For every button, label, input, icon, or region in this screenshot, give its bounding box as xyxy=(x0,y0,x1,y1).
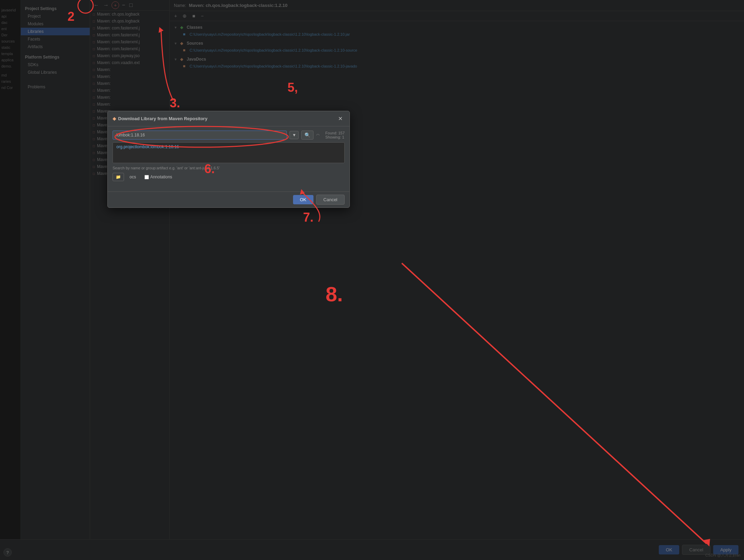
modal-cancel-button[interactable]: Cancel xyxy=(316,195,345,205)
spinner-icon: ◠ xyxy=(316,133,320,137)
annotations-checkbox[interactable] xyxy=(144,175,149,179)
modal-overlay: ◆ Download Library from Maven Repository… xyxy=(0,0,744,560)
result-item[interactable]: org.projectlombok:lombok:1.18.16 xyxy=(113,143,344,151)
search-results-list: org.projectlombok:lombok:1.18.16 xyxy=(113,142,345,163)
modal-title: ◆ Download Library from Maven Repository xyxy=(113,116,207,121)
maven-logo-icon: ◆ xyxy=(113,116,116,121)
search-button[interactable]: 🔍 xyxy=(301,131,313,140)
docs-label: ocs xyxy=(130,175,136,179)
folder-button[interactable]: 📁 xyxy=(113,173,124,181)
modal-footer: OK Cancel xyxy=(108,192,349,207)
modal-body: ▼ 🔍 ◠ Found: 157 Showing: 1 org.projectl… xyxy=(108,126,349,192)
search-dropdown-button[interactable]: ▼ xyxy=(290,131,299,139)
annotations-checkbox-label: Annotations xyxy=(144,175,172,179)
download-library-dialog: ◆ Download Library from Maven Repository… xyxy=(107,111,350,208)
modal-options-row: 📁 ocs Annotations xyxy=(113,173,345,181)
modal-search-row: ▼ 🔍 ◠ Found: 157 Showing: 1 xyxy=(113,131,345,140)
found-label: Found: 157 Showing: 1 xyxy=(325,131,345,139)
modal-ok-button[interactable]: OK xyxy=(293,195,313,204)
maven-search-input[interactable] xyxy=(113,131,287,140)
modal-header: ◆ Download Library from Maven Repository… xyxy=(108,111,349,126)
search-hint: Search by name or group:artifact e.g. 'a… xyxy=(113,166,345,170)
modal-close-button[interactable]: ✕ xyxy=(336,115,345,123)
